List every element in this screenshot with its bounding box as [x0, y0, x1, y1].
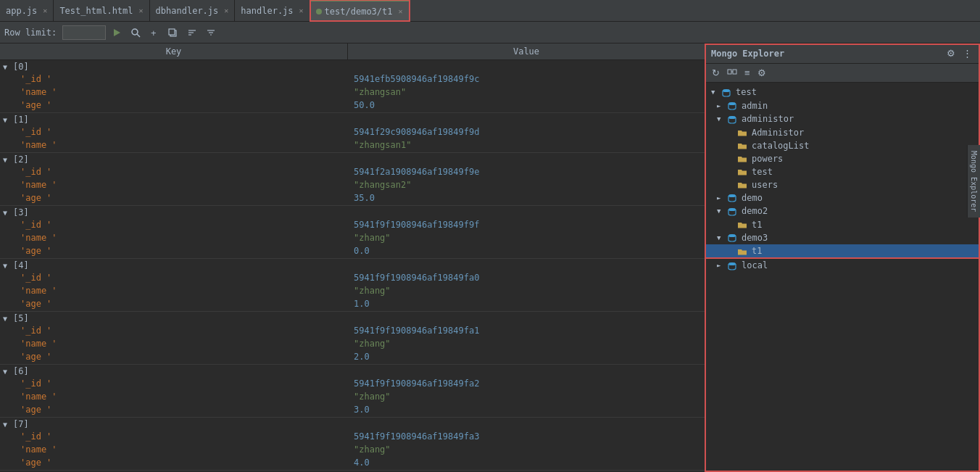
field-value: 5941f9f1908946af19849fa3 — [348, 431, 705, 442]
tree-item[interactable]: t1 — [705, 218, 980, 231]
field-value: 0.0 — [348, 245, 705, 257]
explorer-connect-btn[interactable] — [725, 66, 739, 80]
field-row: '_id '5941f9f1908946af19849f9f — [14, 219, 705, 232]
tab-handler-js[interactable]: handler.js ✕ — [235, 0, 310, 21]
record-index: [5] — [13, 313, 29, 323]
record-header[interactable]: ▼[5] — [0, 312, 705, 325]
tree-item[interactable]: catalogList — [705, 139, 980, 152]
field-value: "zhangsan2" — [348, 179, 705, 191]
tab-close-icon[interactable]: ✕ — [139, 7, 144, 15]
field-value: 5941f9f1908946af19849fa2 — [348, 378, 705, 389]
svg-rect-5 — [169, 29, 175, 35]
record-header[interactable]: ▼[7] — [0, 418, 705, 431]
svg-point-1 — [132, 29, 138, 35]
tree-item-label: demo — [742, 193, 763, 203]
explorer-sort-btn[interactable]: ≡ — [742, 67, 752, 79]
field-key: 'age ' — [14, 457, 348, 468]
field-row: 'age '3.0 — [14, 404, 705, 417]
db-icon — [727, 206, 739, 217]
record-fields: '_id '5941efb5908946af19849f9c 'name '"z… — [0, 73, 705, 112]
row-limit-input[interactable] — [62, 25, 106, 40]
tab-label: app.js — [6, 6, 37, 16]
field-key: 'name ' — [14, 444, 348, 455]
tree-item[interactable]: ►demo — [705, 191, 980, 205]
record-group: ▼[5] '_id '5941f9f1908946af19849fa1 'nam… — [0, 312, 705, 365]
tab-close-icon[interactable]: ✕ — [399, 7, 403, 15]
field-row: 'name '"zhangsan2" — [14, 179, 705, 192]
filter-button[interactable] — [203, 26, 219, 39]
explorer-tree[interactable]: ▼test►admin▼administorAdministorcatalogL… — [705, 83, 980, 472]
tab-close-icon[interactable]: ✕ — [224, 7, 228, 15]
record-fields: '_id '5941f9f1908946af19849fa3 'name '"z… — [0, 431, 705, 470]
data-panel[interactable]: Key Value ▼[0] '_id '5941efb5908946af198… — [0, 44, 705, 472]
explorer-refresh-btn[interactable]: ↻ — [710, 67, 722, 79]
tab-dbhandler-js[interactable]: dbhandler.js ✕ — [150, 0, 236, 21]
tree-item[interactable]: Administor — [705, 126, 980, 139]
tab-test-html[interactable]: Test_html.html ✕ — [54, 0, 149, 21]
db-icon — [721, 87, 733, 98]
tree-item-label: admin — [742, 101, 768, 111]
field-key: '_id ' — [14, 219, 348, 231]
tab-dot-icon — [316, 9, 322, 15]
run-button[interactable] — [109, 26, 125, 39]
tab-bar: app.js ✕ Test_html.html ✕ dbhandler.js ✕… — [0, 0, 980, 22]
key-column-header: Key — [0, 44, 348, 59]
tree-item[interactable]: ▼administor — [705, 112, 980, 126]
record-header[interactable]: ▼[1] — [0, 113, 705, 126]
field-key: '_id ' — [14, 126, 348, 138]
add-button[interactable]: + — [146, 26, 162, 39]
svg-point-24 — [728, 208, 736, 211]
field-key: '_id ' — [14, 325, 348, 336]
tree-item-label: t1 — [752, 246, 762, 256]
expand-arrow-icon: ▼ — [3, 116, 10, 124]
explorer-more-btn[interactable]: ⋮ — [960, 47, 974, 59]
record-header[interactable]: ▼[0] — [0, 60, 705, 73]
mongo-explorer-side-label[interactable]: Mongo Explorer — [967, 145, 980, 218]
record-header[interactable]: ▼[3] — [0, 206, 705, 219]
field-row: '_id '5941f29c908946af19849f9d — [14, 126, 705, 139]
record-header[interactable]: ▼[2] — [0, 153, 705, 166]
field-value: "zhangsan1" — [348, 139, 705, 151]
tree-item[interactable]: users — [705, 178, 980, 191]
field-row: 'age '35.0 — [14, 192, 705, 205]
tab-app-js[interactable]: app.js ✕ — [0, 0, 54, 21]
tree-arrow-icon: ► — [717, 262, 724, 269]
sort-button[interactable] — [184, 26, 200, 39]
tree-item[interactable]: ▼demo2 — [705, 204, 980, 218]
svg-marker-0 — [114, 29, 120, 36]
svg-line-2 — [137, 34, 140, 37]
tree-item[interactable]: ▼demo3 — [705, 231, 980, 245]
explorer-settings-btn[interactable]: ⚙ — [944, 47, 958, 59]
record-index: [1] — [13, 115, 29, 125]
field-key: 'age ' — [14, 192, 348, 204]
field-row: 'name '"zhang" — [14, 444, 705, 457]
svg-text:+: + — [151, 28, 157, 38]
tab-close-icon[interactable]: ✕ — [43, 7, 47, 15]
tree-item-label: demo3 — [742, 233, 768, 243]
tab-label: handler.js — [241, 6, 293, 16]
tree-item[interactable]: test — [705, 165, 980, 178]
tree-item[interactable]: ►local — [705, 259, 980, 273]
tree-item[interactable]: ►admin — [705, 99, 980, 113]
field-row: 'name '"zhang" — [14, 391, 705, 404]
search-button[interactable] — [128, 26, 144, 39]
tree-item[interactable]: powers — [705, 152, 980, 165]
field-key: 'name ' — [14, 179, 348, 191]
tree-container: ▼test►admin▼administorAdministorcatalogL… — [705, 86, 980, 273]
expand-arrow-icon: ▼ — [3, 315, 10, 323]
tab-close-icon[interactable]: ✕ — [299, 7, 304, 15]
field-row: 'name '"zhang" — [14, 338, 705, 351]
field-key: 'name ' — [14, 139, 348, 151]
tab-demo3-t1[interactable]: test/demo3/t1 ✕ — [310, 0, 410, 21]
tree-item[interactable]: t1 — [705, 244, 980, 259]
tree-item[interactable]: ▼test — [705, 86, 980, 99]
field-value: "zhang" — [348, 391, 705, 402]
record-header[interactable]: ▼[4] — [0, 259, 705, 272]
field-value: "zhang" — [348, 444, 705, 455]
explorer-header: Mongo Explorer ⚙ ⋮ — [705, 44, 980, 64]
copy-button[interactable] — [165, 26, 181, 39]
tree-arrow-icon: ► — [717, 194, 724, 202]
folder-icon — [737, 167, 749, 177]
explorer-filter-btn[interactable]: ⚙ — [755, 67, 768, 79]
record-header[interactable]: ▼[6] — [0, 365, 705, 378]
